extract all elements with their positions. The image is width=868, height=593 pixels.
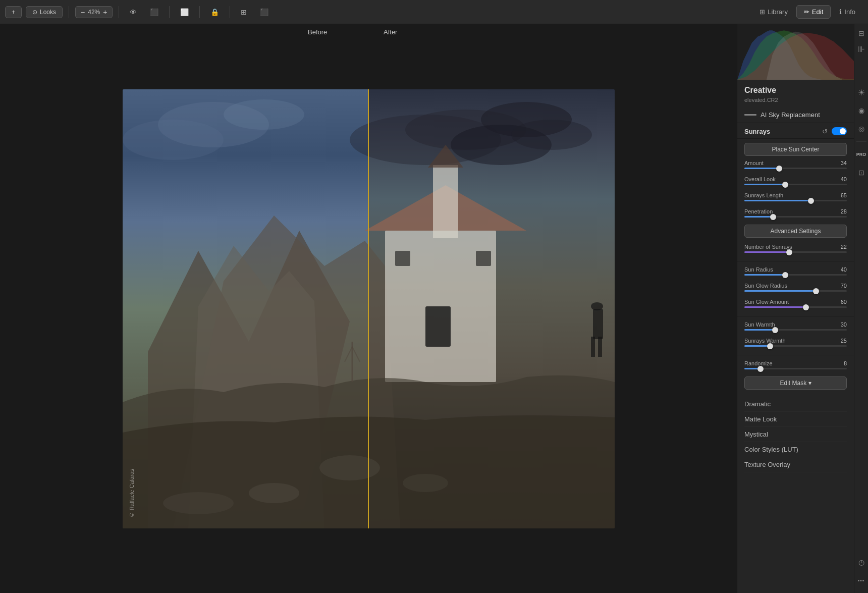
overall-look-track[interactable] xyxy=(744,184,847,185)
canvas-area: Before After xyxy=(0,24,737,593)
section-divider-2 xyxy=(737,316,854,316)
panel-scroll[interactable]: Creative elevated.CR2 AI Sky Replacement… xyxy=(737,80,868,593)
split-line[interactable] xyxy=(368,89,369,528)
creative-item-dramatic[interactable]: Dramatic xyxy=(744,397,847,412)
sun-glow-amount-fill xyxy=(744,306,806,308)
sun-warmth-thumb[interactable] xyxy=(772,327,778,333)
sun-radius-thumb[interactable] xyxy=(782,272,788,278)
toolbar-divider-2 xyxy=(119,6,119,18)
sun-warmth-value: 30 xyxy=(841,321,847,328)
bag-tool-icon[interactable]: ⊡ xyxy=(854,165,869,180)
library-icon: ⊞ xyxy=(760,8,765,16)
sunrays-warmth-track[interactable] xyxy=(744,345,847,347)
sun-warmth-track[interactable] xyxy=(744,329,847,331)
add-button[interactable]: + xyxy=(5,6,22,18)
layers-icon[interactable]: ⊟ xyxy=(857,28,865,38)
sun-tool-icon[interactable]: ☀ xyxy=(854,85,869,100)
sun-radius-label: Sun Radius xyxy=(744,266,773,273)
sun-glow-amount-slider-row: Sun Glow Amount 60 xyxy=(737,297,854,313)
creative-item-mystical[interactable]: Mystical xyxy=(744,427,847,442)
num-sunrays-track[interactable] xyxy=(744,251,847,253)
sunrays-toggle[interactable] xyxy=(832,127,847,135)
zoom-minus-button[interactable]: − xyxy=(80,8,86,16)
num-sunrays-thumb[interactable] xyxy=(786,249,792,255)
sunrays-length-track[interactable] xyxy=(744,200,847,201)
amount-slider-row: Amount 34 xyxy=(737,158,854,174)
sun-glow-amount-label: Sun Glow Amount xyxy=(744,299,789,305)
sun-glow-radius-thumb[interactable] xyxy=(813,288,819,294)
sunrays-length-value: 65 xyxy=(841,192,847,198)
sun-glow-radius-label: Sun Glow Radius xyxy=(744,283,787,289)
ai-sky-block: AI Sky Replacement xyxy=(737,107,854,123)
sun-glow-amount-thumb[interactable] xyxy=(803,304,809,310)
sunrays-warmth-value: 25 xyxy=(841,338,847,344)
penetration-value: 28 xyxy=(841,208,847,214)
eye-button[interactable]: 👁 xyxy=(125,6,141,19)
crop-button[interactable]: ⬜ xyxy=(176,6,193,19)
adjustments-icon[interactable]: ⊪ xyxy=(857,43,866,55)
creative-item-color-styles[interactable]: Color Styles (LUT) xyxy=(744,442,847,457)
penetration-track[interactable] xyxy=(744,216,847,218)
creative-item-texture[interactable]: Texture Overlay xyxy=(744,457,847,472)
overall-look-value: 40 xyxy=(841,176,847,182)
add-icon: + xyxy=(12,9,15,16)
zoom-plus-button[interactable]: + xyxy=(102,8,108,16)
creative-section: Dramatic Matte Look Mystical Color Style… xyxy=(737,394,854,475)
more-icon[interactable]: ••• xyxy=(854,573,869,588)
panel-subtitle: elevated.CR2 xyxy=(737,96,854,107)
penetration-thumb[interactable] xyxy=(770,214,776,220)
sunrays-warmth-thumb[interactable] xyxy=(767,343,773,349)
amount-thumb[interactable] xyxy=(776,166,782,172)
advanced-settings-button[interactable]: Advanced Settings xyxy=(744,225,847,238)
num-sunrays-fill xyxy=(744,251,789,253)
lock-button[interactable]: 🔒 xyxy=(206,6,224,19)
num-sunrays-slider-row: Number of Sunrays 22 xyxy=(737,242,854,258)
looks-icon: ⊙ xyxy=(32,9,37,16)
amount-fill xyxy=(744,168,779,169)
sunrays-length-thumb[interactable] xyxy=(808,198,814,204)
sun-glow-radius-value: 70 xyxy=(841,283,847,289)
library-tab[interactable]: ⊞ Library xyxy=(752,5,795,19)
sun-glow-amount-track[interactable] xyxy=(744,306,847,308)
face-tool-icon[interactable]: ◎ xyxy=(854,121,869,136)
overall-look-label: Overall Look xyxy=(744,176,776,182)
clock-icon[interactable]: ◷ xyxy=(854,555,869,570)
grid-button[interactable]: ⊞ xyxy=(236,6,251,19)
main-area: Before After xyxy=(0,24,868,593)
palette-tool-icon[interactable]: ◉ xyxy=(854,103,869,118)
sun-glow-radius-track[interactable] xyxy=(744,290,847,292)
sun-warmth-slider-row: Sun Warmth 30 xyxy=(737,319,854,336)
overall-look-slider-row: Overall Look 40 xyxy=(737,174,854,190)
window-button[interactable]: ⬛ xyxy=(255,6,273,19)
randomize-thumb[interactable] xyxy=(757,366,764,372)
overall-look-thumb[interactable] xyxy=(782,182,788,188)
creative-item-matte[interactable]: Matte Look xyxy=(744,412,847,427)
section-divider-3 xyxy=(737,355,854,355)
histogram-area: ⊟ ⊪ xyxy=(737,24,868,80)
reset-icon[interactable]: ↺ xyxy=(822,128,828,135)
sun-radius-slider-row: Sun Radius 40 xyxy=(737,264,854,281)
zoom-control: − 42% + xyxy=(75,6,113,18)
toolbar-divider-5 xyxy=(230,6,230,18)
sun-radius-track[interactable] xyxy=(744,274,847,276)
amount-label: Amount xyxy=(744,160,764,166)
edit-tab[interactable]: ✏ Edit xyxy=(796,5,831,19)
sun-glow-amount-value: 60 xyxy=(841,299,847,305)
looks-button[interactable]: ⊙ Looks xyxy=(26,6,63,18)
num-sunrays-label: Number of Sunrays xyxy=(744,244,792,250)
randomize-track[interactable] xyxy=(744,368,847,369)
randomize-value: 8 xyxy=(844,360,847,366)
penetration-fill xyxy=(744,216,773,218)
pro-badge[interactable]: PRO xyxy=(854,147,869,162)
edit-mask-button[interactable]: Edit Mask ▾ xyxy=(744,376,847,390)
amount-track[interactable] xyxy=(744,168,847,169)
sunrays-warmth-fill xyxy=(744,345,770,347)
info-tab[interactable]: ℹ Info xyxy=(832,5,863,19)
sunrays-section-header: Sunrays ↺ xyxy=(737,123,854,139)
sunrays-warmth-label: Sunrays Warmth xyxy=(744,338,786,344)
compare-button[interactable]: ⬛ xyxy=(145,6,163,19)
sunrays-warmth-slider-row: Sunrays Warmth 25 xyxy=(737,336,854,352)
place-sun-button[interactable]: Place Sun Center xyxy=(744,143,847,156)
sunrays-length-label: Sunrays Length xyxy=(744,192,783,198)
image-container[interactable]: © Raffaele Cafaras xyxy=(0,24,737,593)
